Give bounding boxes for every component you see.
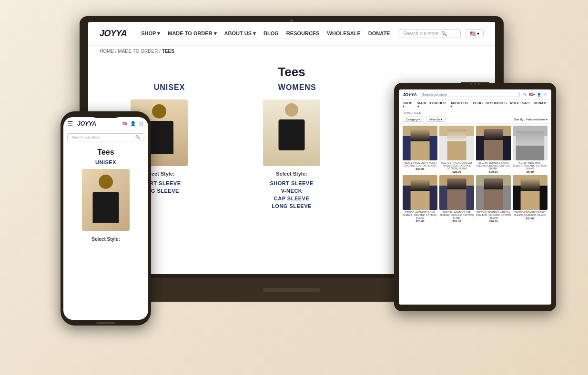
phone-notch <box>91 111 120 118</box>
sort-label: Sort By <box>514 118 524 121</box>
tablet-product-3[interactable]: TW1C-B | WOMEN'S SHORT SLEEVE | ORGANIC … <box>476 126 511 173</box>
phone-screen: ☰ JOYYA 🇺🇸 👤 🛒 Search our store 🔍 Tees <box>63 117 148 320</box>
tablet-product-grid-row2: TW5C-B | WOMEN'S LONG SLEEVE | ORGANIC C… <box>399 175 551 225</box>
tablet-product-price-4: $5.00 <box>527 170 534 173</box>
tablet-product-8[interactable]: TW1B-B | WOMEN'S SHORT SLEEVE | BI-BLEND… <box>513 175 547 223</box>
language-selector[interactable]: 🇺🇸 ▾ <box>466 29 484 38</box>
phone-search-bar[interactable]: Search our store 🔍 <box>67 133 144 141</box>
tablet-product-grid-row1: TW2C-B | WOMEN'S V-NECK | ORGANIC COTTON… <box>399 124 551 175</box>
t-nav-resources[interactable]: RESOURCES <box>486 101 507 109</box>
tablet-filters: Category ▾ Filter By ▾ Sort By: Featured… <box>399 115 551 124</box>
breadcrumb: HOME / MADE TO ORDER / TEES <box>88 46 495 57</box>
page-title: Tees <box>88 57 495 83</box>
tablet-product-img-5 <box>403 175 437 210</box>
laptop-nav: JOYYA SHOP ▾ MADE TO ORDER ▾ ABOUT US ▾ … <box>88 22 495 46</box>
tablet-product-label-1: TW2C-B | WOMEN'S V-NECK | ORGANIC COTTON… <box>403 161 437 167</box>
chevron-down-icon2: ▾ <box>441 118 442 121</box>
hamburger-icon[interactable]: ☰ <box>67 120 73 128</box>
phone-device: ☰ JOYYA 🇺🇸 👤 🛒 Search our store 🔍 Tees <box>61 111 151 326</box>
tablet-search-icon: 🔍 <box>523 93 527 97</box>
phone-search-placeholder: Search our store <box>71 135 133 139</box>
tablet-product-price-3: $20.00 <box>489 170 497 173</box>
search-icon: 🔍 <box>441 31 447 36</box>
tablet-product-price-6: $20.00 <box>452 220 461 223</box>
fig5 <box>410 178 430 210</box>
tablet-product-price-7: $20.00 <box>489 220 497 223</box>
style-cap-sleeve-womens[interactable]: CAP SLEEVE <box>274 196 310 201</box>
phone-nav: ☰ JOYYA 🇺🇸 👤 🛒 <box>63 117 148 130</box>
tablet-product-img-6 <box>439 175 474 210</box>
laptop-logo: JOYYA <box>100 29 127 39</box>
tablet-dot3 <box>478 83 480 85</box>
phone-nav-icons: 🇺🇸 👤 🛒 <box>122 121 144 126</box>
tablet-product-5[interactable]: TW5C-B | WOMEN'S LONG SLEEVE | ORGANIC C… <box>403 175 437 223</box>
style-v-neck-womens[interactable]: V-NECK <box>281 188 303 194</box>
tablet-product-4[interactable]: TK1C-B | KID'S SHORT SLEEVE | ORGANIC CO… <box>513 126 547 173</box>
breadcrumb-current: TEES <box>162 49 174 54</box>
tablet-nav-icons: 🔍 🇺🇸▾ 👤 🛒 <box>523 93 547 97</box>
tablet-logo: JOYYA <box>403 92 417 97</box>
phone-select-style: Select Style: <box>63 235 148 244</box>
phone-section-title: UNISEX <box>63 158 148 169</box>
tablet-product-label-4: TK1C-B | KID'S SHORT SLEEVE | ORGANIC CO… <box>513 161 547 170</box>
nav-resources[interactable]: RESOURCES <box>286 30 320 37</box>
fig6 <box>447 178 466 210</box>
tablet-dot2 <box>474 83 476 85</box>
nav-blog[interactable]: BLOG <box>264 30 279 37</box>
tablet-product-2[interactable]: PGDTU1 | IT'S A GOOD DAY TO DO GOOD | OR… <box>439 126 474 173</box>
chevron-down-icon: ▾ <box>418 118 420 121</box>
fig3 <box>484 129 503 160</box>
search-placeholder: Search our store <box>403 31 438 36</box>
sort-option: Featured Items ▾ <box>526 118 547 121</box>
tablet-filter-by[interactable]: Filter By ▾ <box>426 117 446 122</box>
tablet-dot1 <box>470 83 472 85</box>
t-nav-blog[interactable]: BLOG <box>473 101 483 109</box>
multi-device-scene: JOYYA SHOP ▾ MADE TO ORDER ▾ ABOUT US ▾ … <box>32 7 556 368</box>
tablet-device: JOYYA 🔍 🇺🇸▾ 👤 🛒 SHOP ▾ MADE TO ORDER ▾ A… <box>394 83 556 311</box>
nav-made-to-order[interactable]: MADE TO ORDER ▾ <box>168 30 216 37</box>
nav-wholesale[interactable]: WHOLESALE <box>327 30 361 37</box>
product-col-womens: Select Style: SHORT SLEEVE V-NECK CAP SL… <box>244 99 339 209</box>
tablet-product-price-2: $25.00 <box>452 170 461 173</box>
t-nav-donate[interactable]: DONATE <box>534 101 547 109</box>
tablet-product-img-7 <box>476 175 511 210</box>
tablet-search-input[interactable] <box>420 92 520 97</box>
t-nav-shop[interactable]: SHOP ▾ <box>403 101 415 109</box>
tablet-product-price-8: $20.00 <box>526 217 534 220</box>
nav-about-us[interactable]: ABOUT US ▾ <box>224 30 256 37</box>
tablet-product-1[interactable]: TW2C-B | WOMEN'S V-NECK | ORGANIC COTTON… <box>403 126 437 173</box>
tablet-product-img-4 <box>513 126 547 160</box>
tablet-product-img-8 <box>513 175 547 210</box>
t-nav-about[interactable]: ABOUT US ▾ <box>450 101 470 109</box>
tablet-product-6[interactable]: TW3C-B | WOMEN'S CAP SLEEVE | ORGANIC CO… <box>439 175 474 223</box>
fig7 <box>484 178 503 210</box>
tablet-product-label-6: TW3C-B | WOMEN'S CAP SLEEVE | ORGANIC CO… <box>439 211 474 219</box>
tablet-product-label-8: TW1B-B | WOMEN'S SHORT SLEEVE | BI-BLEND… <box>513 211 547 217</box>
t-nav-wholesale[interactable]: WHOLESALE <box>509 101 531 109</box>
phone-user-icon[interactable]: 👤 <box>130 121 136 126</box>
select-style-womens-label: Select Style: <box>276 171 307 177</box>
phone-page-title: Tees <box>63 144 148 158</box>
tablet-product-img-1 <box>403 126 437 160</box>
phone-home-button <box>96 322 115 324</box>
tablet-sort[interactable]: Sort By: Featured Items ▾ <box>514 118 547 121</box>
tablet-product-7[interactable]: TW2B-B | WOMEN'S V-NECK | BI-BLEND | ORG… <box>476 175 511 223</box>
tablet-screen: JOYYA 🔍 🇺🇸▾ 👤 🛒 SHOP ▾ MADE TO ORDER ▾ A… <box>399 89 551 305</box>
search-bar[interactable]: Search our store 🔍 <box>399 29 461 38</box>
tablet-product-label-2: PGDTU1 | IT'S A GOOD DAY TO DO GOOD | OR… <box>439 161 474 170</box>
phone-search-icon: 🔍 <box>135 135 140 139</box>
breadcrumb-home[interactable]: HOME <box>100 49 114 54</box>
style-long-sleeve-womens[interactable]: LONG SLEEVE <box>272 203 312 209</box>
nav-donate[interactable]: DONATE <box>368 30 390 37</box>
breadcrumb-made-to-order[interactable]: MADE TO ORDER <box>118 49 158 54</box>
cat-womens: WOMENS <box>278 83 316 92</box>
t-nav-mto[interactable]: MADE TO ORDER ▾ <box>417 101 447 109</box>
nav-shop[interactable]: SHOP ▾ <box>141 30 160 37</box>
tablet-category-filter[interactable]: Category ▾ <box>403 117 423 122</box>
phone-flag[interactable]: 🇺🇸 <box>122 121 127 126</box>
tablet-product-img-2 <box>439 126 474 160</box>
style-short-sleeve-womens[interactable]: SHORT SLEEVE <box>270 180 314 186</box>
tablet-nav2: SHOP ▾ MADE TO ORDER ▾ ABOUT US ▾ BLOG R… <box>399 100 551 110</box>
phone-logo: JOYYA <box>77 120 122 127</box>
phone-cart-icon[interactable]: 🛒 <box>139 121 144 126</box>
